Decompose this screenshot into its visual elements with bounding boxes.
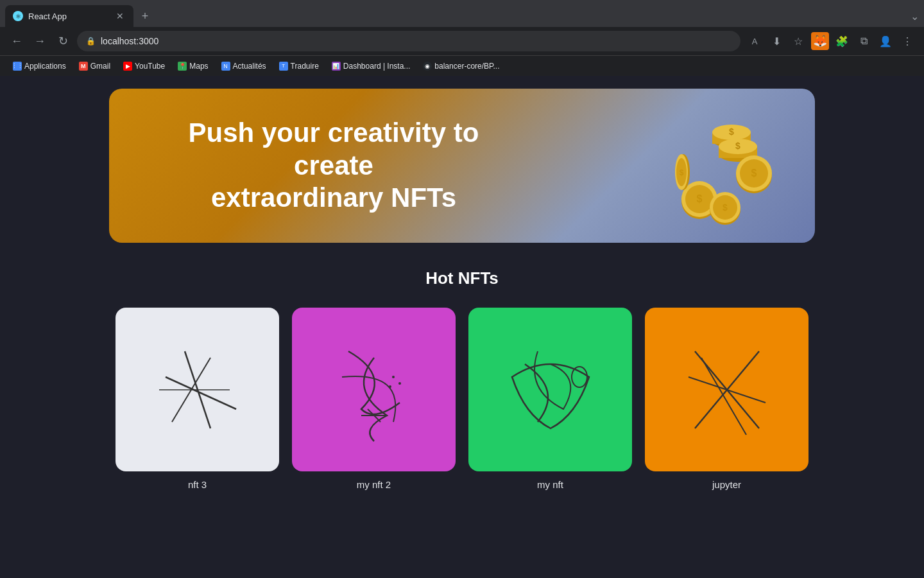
dashboard-favicon: 📊: [332, 62, 341, 71]
account-icon[interactable]: 👤: [877, 32, 894, 50]
svg-text:$: $: [735, 141, 740, 151]
svg-text:$: $: [723, 202, 728, 213]
bookmark-balancer-label: balancer-core/BP...: [434, 62, 499, 71]
svg-point-30: [392, 376, 395, 378]
nft-card-1[interactable]: nft 3: [116, 308, 279, 490]
toolbar-icons: A ⬇ ☆ 🦊 🧩 ⧉ 👤 ⋮: [746, 32, 916, 50]
svg-text:$: $: [751, 168, 757, 179]
hot-nfts-title: Hot NFTs: [109, 268, 815, 288]
hero-title: Push your creativity to create extraordi…: [148, 117, 520, 214]
menu-icon[interactable]: ⋮: [898, 32, 916, 50]
tab-bar: ⚛ React App ✕ + ⌄: [0, 0, 924, 27]
nft-grid: nft 3 my nft: [109, 308, 815, 490]
svg-text:$: $: [729, 127, 734, 137]
active-tab[interactable]: ⚛ React App ✕: [5, 5, 133, 27]
nft-artwork-4: [663, 326, 791, 454]
translate-icon[interactable]: A: [746, 32, 764, 50]
youtube-favicon: ▶: [123, 62, 132, 71]
back-button[interactable]: ←: [8, 32, 26, 50]
bookmark-applications[interactable]: ⋮⋮ Applications: [8, 60, 71, 73]
profile-icon[interactable]: 🦊: [811, 32, 829, 50]
svg-line-37: [701, 358, 746, 435]
tab-more-button[interactable]: ⌄: [911, 10, 919, 22]
nft-name-3: my nft: [537, 479, 563, 490]
nft-card-4[interactable]: jupyter: [645, 308, 809, 490]
extensions-icon[interactable]: 🧩: [833, 32, 851, 50]
tab-favicon-icon: ⚛: [13, 11, 23, 21]
svg-line-36: [689, 377, 766, 403]
svg-line-25: [166, 377, 236, 409]
bookmark-gmail-label: Gmail: [90, 62, 110, 71]
download-icon[interactable]: ⬇: [767, 32, 785, 50]
bookmark-actualites[interactable]: N Actualités: [216, 60, 271, 73]
bookmark-youtube[interactable]: ▶ YouTube: [118, 60, 170, 73]
browser-chrome: ⚛ React App ✕ + ⌄ ← → ↻ 🔒 localhost:3000…: [0, 0, 924, 76]
nft-card-3[interactable]: my nft: [468, 308, 632, 490]
maps-favicon: 📍: [178, 62, 187, 71]
nft-name-2: my nft 2: [357, 479, 391, 490]
applications-favicon: ⋮⋮: [13, 62, 22, 71]
tab-close-button[interactable]: ✕: [114, 10, 126, 22]
nft-card-2[interactable]: my nft 2: [292, 308, 456, 490]
bookmark-maps-label: Maps: [189, 62, 208, 71]
nft-artwork-1: [133, 326, 262, 454]
bookmark-youtube-label: YouTube: [135, 62, 165, 71]
traduire-favicon: T: [279, 62, 288, 71]
nft-name-1: nft 3: [188, 479, 207, 490]
bookmark-applications-label: Applications: [24, 62, 66, 71]
nft-image-3: [468, 308, 632, 471]
svg-text:$: $: [697, 193, 703, 204]
bookmark-dashboard-label: Dashboard | Insta...: [343, 62, 411, 71]
hot-nfts-section: Hot NFTs nft 3: [109, 256, 815, 503]
address-bar[interactable]: 🔒 localhost:3000: [77, 31, 740, 51]
nft-image-1: [116, 308, 279, 471]
address-bar-row: ← → ↻ 🔒 localhost:3000 A ⬇ ☆ 🦊 🧩 ⧉ 👤 ⋮: [0, 27, 924, 55]
svg-point-33: [572, 367, 587, 387]
url-text: localhost:3000: [101, 36, 158, 46]
bookmark-traduire-label: Traduire: [291, 62, 319, 71]
bookmark-maps[interactable]: 📍 Maps: [173, 60, 213, 73]
actualites-favicon: N: [221, 62, 230, 71]
nft-artwork-2: [310, 326, 438, 454]
refresh-button[interactable]: ↻: [54, 32, 72, 50]
nft-image-2: [292, 308, 456, 471]
coins-svg: $ $ $ $ $: [648, 101, 776, 230]
page-content: Push your creativity to create extraordi…: [0, 76, 924, 578]
bookmarks-bar: ⋮⋮ Applications M Gmail ▶ YouTube 📍 Maps…: [0, 55, 924, 76]
gmail-favicon: M: [79, 62, 88, 71]
bookmark-actualites-label: Actualités: [233, 62, 266, 71]
lock-icon: 🔒: [86, 37, 96, 46]
bookmark-balancer[interactable]: ◉ balancer-core/BP...: [418, 60, 504, 73]
nft-artwork-3: [486, 326, 615, 454]
bookmark-dashboard[interactable]: 📊 Dashboard | Insta...: [327, 60, 416, 73]
balancer-favicon: ◉: [423, 62, 432, 71]
split-view-icon[interactable]: ⧉: [855, 32, 873, 50]
star-icon[interactable]: ☆: [789, 32, 807, 50]
svg-point-32: [389, 385, 391, 388]
nft-image-4: [645, 308, 809, 471]
hero-banner: Push your creativity to create extraordi…: [109, 89, 815, 243]
svg-point-31: [398, 382, 401, 385]
nft-name-4: jupyter: [712, 479, 741, 490]
hero-coins: $ $ $ $ $: [648, 101, 776, 230]
forward-button[interactable]: →: [31, 32, 49, 50]
bookmark-traduire[interactable]: T Traduire: [274, 60, 324, 73]
tab-title: React App: [28, 12, 109, 21]
new-tab-button[interactable]: +: [136, 7, 154, 25]
svg-text:$: $: [680, 168, 684, 177]
bookmark-gmail[interactable]: M Gmail: [74, 60, 116, 73]
